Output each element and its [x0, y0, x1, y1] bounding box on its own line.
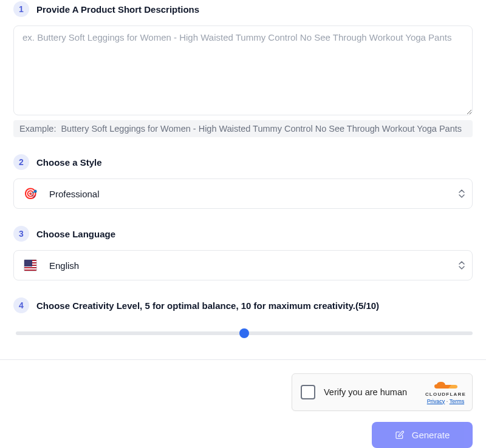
style-selected-label: Professional — [49, 189, 100, 199]
turnstile-checkbox[interactable] — [301, 385, 315, 399]
creativity-slider[interactable] — [16, 331, 473, 335]
example-bar: Example: Buttery Soft Leggings for Women… — [13, 120, 473, 137]
generate-label: Generate — [412, 430, 450, 440]
language-select[interactable]: English — [13, 250, 473, 280]
style-select[interactable]: 🎯 Professional — [13, 178, 473, 209]
language-selected-label: English — [49, 260, 79, 271]
turnstile-terms-link[interactable]: Terms — [450, 398, 465, 404]
chevron-updown-icon — [459, 261, 465, 270]
step-badge-2: 2 — [13, 154, 29, 170]
turnstile-widget: Verify you are human CLOUDFLARE Privacy … — [292, 373, 473, 411]
section-creativity: 4 Choose Creativity Level, 5 for optimal… — [13, 297, 473, 338]
turnstile-privacy-link[interactable]: Privacy — [427, 398, 445, 404]
section-language: 3 Choose Language English — [13, 226, 473, 280]
section-product-description: 1 Provide A Product Short Descriptions E… — [13, 1, 473, 137]
cloudflare-logo-icon — [433, 381, 457, 390]
chevron-updown-icon — [459, 189, 465, 198]
target-icon: 🎯 — [24, 187, 37, 200]
product-description-input[interactable] — [13, 25, 473, 115]
step-badge-4: 4 — [13, 297, 29, 313]
step-title-3: Choose Language — [36, 229, 115, 239]
step-badge-3: 3 — [13, 226, 29, 242]
step-badge-1: 1 — [13, 1, 29, 17]
step-title-4: Choose Creativity Level, 5 for optimal b… — [36, 300, 379, 311]
us-flag-icon — [24, 259, 37, 272]
step-title-2: Choose a Style — [36, 157, 102, 168]
generate-button[interactable]: Generate — [372, 422, 473, 448]
cloudflare-brand: CLOUDFLARE Privacy · Terms — [425, 381, 466, 404]
example-text: Buttery Soft Leggings for Women - High W… — [61, 124, 462, 134]
edit-icon — [395, 430, 405, 440]
example-label: Example: — [19, 124, 56, 134]
turnstile-label: Verify you are human — [324, 387, 417, 397]
section-style: 2 Choose a Style 🎯 Professional — [13, 154, 473, 209]
step-title-1: Provide A Product Short Descriptions — [36, 4, 199, 15]
